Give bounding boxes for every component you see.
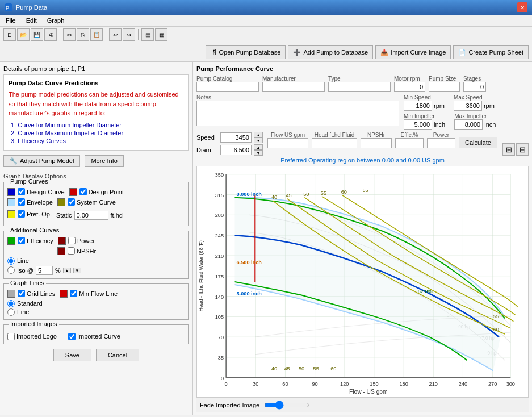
- cancel-button[interactable]: Cancel: [96, 349, 139, 361]
- min-flow-check[interactable]: Min Flow Line: [70, 290, 118, 297]
- view-toggle-1[interactable]: ⊞: [502, 143, 515, 156]
- menu-file[interactable]: File: [3, 16, 18, 25]
- npshr-check[interactable]: NPSHr: [68, 247, 96, 255]
- min-flow-checkbox[interactable]: [70, 290, 77, 297]
- efficiency-color: [7, 237, 15, 245]
- system-curve-check[interactable]: System Curve: [68, 198, 116, 206]
- efficiency-check[interactable]: Efficiency: [18, 237, 53, 244]
- fade-slider[interactable]: [264, 401, 309, 410]
- pump-size-input[interactable]: [429, 82, 460, 92]
- info-list-item-1[interactable]: Curve for Minimum Impeller Diameter: [11, 122, 184, 128]
- x-title: Flow - US gpm: [349, 389, 388, 395]
- motor-rpm-input[interactable]: [394, 82, 425, 92]
- toolbar-open[interactable]: 📂: [17, 28, 30, 41]
- toolbar-paste[interactable]: 📋: [90, 28, 103, 41]
- svg-text:30: 30: [253, 381, 258, 387]
- speed-up-btn[interactable]: ▲: [254, 132, 263, 137]
- power-checkbox[interactable]: [68, 237, 76, 244]
- radio-fine[interactable]: Fine: [7, 308, 185, 316]
- npshr-color: [57, 247, 65, 255]
- toolbar-copy[interactable]: ⎘: [77, 28, 89, 41]
- y-title: Head - ft.hd Fluid Water (68°F): [198, 240, 204, 311]
- radio-iso-input[interactable]: [7, 266, 15, 274]
- svg-text:55: 55: [493, 314, 499, 319]
- svg-text:40: 40: [271, 366, 277, 372]
- open-pump-db-button[interactable]: 🗄 Open Pump Database: [206, 45, 286, 59]
- more-info-button[interactable]: More Info: [85, 155, 123, 167]
- database-icon: 🗄: [211, 49, 217, 56]
- toolbar-undo[interactable]: ↩: [109, 28, 122, 41]
- imported-logo-checkbox[interactable]: [7, 333, 15, 340]
- speed-value-input[interactable]: [220, 132, 252, 143]
- pump-performance-title: Pump Performance Curve: [196, 65, 529, 72]
- notes-textarea[interactable]: [196, 101, 399, 126]
- diam-up-btn[interactable]: ▲: [254, 144, 263, 150]
- design-point-check[interactable]: Design Point: [79, 188, 124, 195]
- radio-fine-input[interactable]: [7, 308, 15, 316]
- toolbar-extra2[interactable]: ▦: [155, 28, 167, 41]
- type-input[interactable]: [328, 82, 391, 92]
- system-curve-checkbox[interactable]: [68, 198, 75, 206]
- menu-graph[interactable]: Graph: [45, 16, 67, 25]
- design-curve-item: Design Curve: [7, 188, 65, 196]
- static-input[interactable]: [74, 211, 108, 220]
- grid-lines-checkbox[interactable]: [18, 290, 25, 297]
- menu-edit[interactable]: Edit: [24, 16, 39, 25]
- head-input[interactable]: [312, 138, 357, 148]
- pump-catalog-input[interactable]: [196, 82, 259, 92]
- toolbar-new[interactable]: 🗋: [3, 28, 16, 41]
- design-curve-checkbox[interactable]: [18, 188, 25, 195]
- power-check[interactable]: Power: [68, 237, 95, 244]
- toolbar-cut[interactable]: ✂: [63, 28, 76, 41]
- toolbar-save[interactable]: 💾: [31, 28, 43, 41]
- import-curve-button[interactable]: 📥 Import Curve Image: [375, 45, 451, 59]
- design-curve-check[interactable]: Design Curve: [18, 188, 65, 195]
- npshr-input[interactable]: [361, 138, 392, 148]
- power-input[interactable]: [427, 138, 455, 148]
- iso-value-input[interactable]: [36, 266, 53, 275]
- design-point-checkbox[interactable]: [79, 188, 87, 195]
- calculate-button[interactable]: Calculate: [459, 137, 497, 148]
- radio-standard-input[interactable]: [7, 300, 15, 307]
- effic-input[interactable]: [395, 138, 424, 148]
- max-impeller-input[interactable]: [454, 119, 483, 130]
- efficiency-checkbox[interactable]: [18, 237, 25, 244]
- radio-standard[interactable]: Standard: [7, 300, 185, 307]
- iso-spin-up[interactable]: ▲: [63, 268, 71, 273]
- npshr-checkbox[interactable]: [68, 247, 75, 255]
- diam-down-btn[interactable]: ▼: [254, 150, 263, 156]
- info-list-item-2[interactable]: Curve for Maximum Impeller Diameter: [11, 130, 184, 136]
- envelope-checkbox[interactable]: [18, 198, 25, 206]
- toolbar-redo[interactable]: ↪: [123, 28, 135, 41]
- save-button[interactable]: Save: [53, 349, 91, 361]
- close-button[interactable]: ✕: [517, 2, 527, 12]
- min-impeller-input[interactable]: [404, 119, 432, 130]
- toolbar-print[interactable]: 🖨: [44, 28, 57, 41]
- manufacturer-input[interactable]: [262, 82, 325, 92]
- imported-logo-check[interactable]: Imported Logo: [7, 333, 57, 340]
- max-speed-input[interactable]: [454, 101, 482, 111]
- min-speed-input[interactable]: [404, 101, 432, 111]
- iso-spin-down[interactable]: ▼: [73, 268, 81, 273]
- radio-line-input[interactable]: [7, 257, 15, 265]
- speed-down-btn[interactable]: ▼: [254, 137, 263, 143]
- toolbar-extra1[interactable]: ▤: [141, 28, 154, 41]
- imported-curve-checkbox[interactable]: [68, 333, 76, 340]
- view-toggle-2[interactable]: ⊟: [516, 143, 529, 156]
- imported-curve-check[interactable]: Imported Curve: [68, 333, 120, 340]
- radio-line[interactable]: Line: [7, 257, 185, 265]
- svg-text:60: 60: [330, 366, 336, 372]
- envelope-check[interactable]: Envelope: [18, 198, 53, 206]
- info-list-item-3[interactable]: Efficiency Curves: [11, 137, 184, 144]
- pref-op-color: [7, 210, 15, 218]
- pref-op-checkbox[interactable]: [18, 210, 25, 218]
- flow-input[interactable]: [267, 138, 308, 148]
- pref-op-check[interactable]: Pref. Op.: [18, 210, 52, 218]
- diam-value-input[interactable]: [220, 145, 252, 155]
- create-pump-sheet-button[interactable]: 📄 Create Pump Sheet: [453, 45, 529, 59]
- info-box: Pump Data: Curve Predictions The pump mo…: [3, 74, 189, 151]
- stages-input[interactable]: [463, 82, 486, 92]
- adjust-pump-button[interactable]: 🔧 Adjust Pump Model: [3, 155, 80, 167]
- grid-lines-check[interactable]: Grid Lines: [18, 290, 55, 297]
- add-pump-db-button[interactable]: ➕ Add Pump to Database: [288, 45, 373, 59]
